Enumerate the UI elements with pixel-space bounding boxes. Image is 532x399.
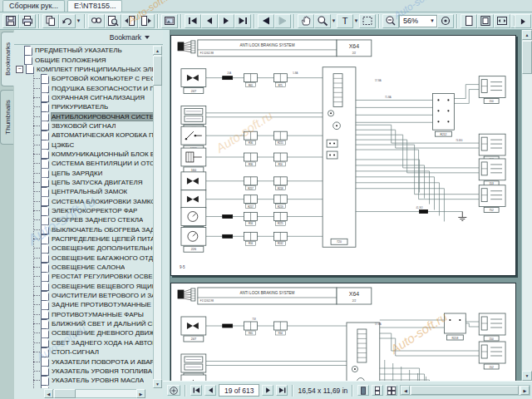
find-button[interactable] [88,14,105,28]
bookmark-item[interactable]: РАСПРЕДЕЛЕНИЕ ЦЕПЕЙ ПИТАН [14,234,153,244]
bookmark-item[interactable]: ОСВЕЩЕНИЕ ДНЕВНОГО ДВИЖЕ [14,328,153,337]
bookmark-item[interactable]: ПОДУШКА БЕЗОПАСНОСТИ И ПР [14,83,153,92]
bookmark-item[interactable]: БЛИЖНИЙ СВЕТ И ДАЛЬНИЙ СВЕ [14,319,153,328]
bookmark-item[interactable]: ОСВЕЩЕНИЕ ВЕЩЕВОГО ЯЩИКА [14,282,153,291]
bookmark-item[interactable]: АВТОМАТИЧЕСКАЯ КОРОБКА ПЕ [14,131,153,140]
bookmark-item[interactable]: СВЕТ ЗАДНЕГО ХОДА НА АВТОМ [14,338,153,347]
single-page-layout-button[interactable] [357,385,369,396]
page-number-box[interactable]: 19 of 613 [219,384,259,397]
bookmarks-scroll-right-button[interactable]: ▶ [136,389,145,398]
bookmark-item[interactable]: ЦЕНТРАЛЬНЫЙ ЗАМОК [14,187,153,196]
pageactual-button[interactable] [461,14,477,28]
navnext-button[interactable] [218,14,234,28]
search-button[interactable] [105,14,121,28]
save-button[interactable] [2,14,19,28]
bookmark-item[interactable]: ОСВЕЩЕНИЕ БАГАЖНОГО ОТДЕ. [14,254,153,263]
zoomout-button[interactable] [382,14,399,28]
document-scroll-up-button[interactable]: ▲ [522,30,532,40]
bookmarks-scroll-up-button[interactable]: ▲ [153,46,162,55]
side-tab-thumbnails[interactable]: Thumbnails [0,90,13,145]
print-button[interactable] [19,14,36,28]
document-scroll-left-button[interactable]: ◀ [401,386,410,395]
bookmark-item[interactable]: СИСТЕМА БЛОКИРОВКИ ЗАМКОВ [14,197,153,206]
pageprev-button[interactable] [121,14,138,28]
bookmark-label: ПОДУШКА БЕЗОПАСНОСТИ И ПР [52,85,153,92]
page-mode-button[interactable] [167,385,180,396]
bookmark-item[interactable]: ПРЕДМЕТНЫЙ УКАЗАТЕЛЬ [14,46,153,55]
bookmark-item[interactable]: УКАЗАТЕЛИ ПОВОРОТА И АВАРИ [14,357,153,366]
navfirst-button[interactable] [185,14,201,28]
bookmark-item[interactable]: ВЫКЛЮЧАТЕЛЬ ОБОГРЕВА ЗАД [14,225,153,234]
side-tab-bookmarks[interactable]: Bookmarks [1,32,14,86]
document-horizontal-scroll-thumb[interactable] [411,386,519,395]
facing-layout-button[interactable] [386,385,397,396]
bookmark-item[interactable]: ЭЛЕКТРОКОРРЕКТОР ФАР [14,206,153,215]
bookmarks-scroll-down-button[interactable]: ▼ [153,379,162,388]
bookmark-item[interactable]: ОСВЕЩЕНИЕ САЛОНА [14,263,153,272]
bookmarks-horizontal-scroll-thumb[interactable] [54,389,76,398]
bookmark-item[interactable]: БОРТОВОЙ КОМПЬЮТЕР С РЕОС [14,74,153,83]
status-bar: 19 of 613 16,54 x 11,69 in ◀ ▶ [163,381,532,399]
status-prev-page-button[interactable] [204,385,216,396]
bookmark-item[interactable]: ЗАДНИЕ ПРОТИВОТУМАННЫЕ Ф [14,300,153,309]
bookmark-item[interactable]: УКАЗАТЕЛЬ ДАВЛЕНИЯ МАСЛА [14,385,153,388]
gfxsel-button[interactable] [359,14,376,28]
bookmarks-scroll-left-button[interactable]: ◀ [44,389,53,398]
zoomtool-dropdown-arrow[interactable]: ▼ [331,14,337,28]
bookmark-item[interactable]: ПРОТИВОТУМАННЫЕ ФАРЫ [14,310,153,319]
document-scroll-right-button[interactable]: ▶ [520,386,530,395]
document-tab-1[interactable]: E:\NT8155... [67,0,123,12]
bookmarks-vertical-scroll-thumb[interactable] [153,56,162,86]
document-scroll-down-button[interactable]: ▼ [522,371,532,381]
status-next-page-button[interactable] [262,385,273,396]
bookmark-item[interactable]: УКАЗАТЕЛЬ УРОВНЯ ТОПЛИВА [14,367,153,376]
bookmark-item[interactable]: КОММУНИКАЦИОННЫЙ БЛОК В М [14,150,153,159]
bookmark-item[interactable]: ОСВЕЩЕНИЕ ДОПОЛНИТЕЛЬНОГ [14,244,153,253]
bookmark-item[interactable]: ОБОГРЕВ ЗАДНЕГО СТЕКЛА [14,215,153,224]
continuous-layout-button[interactable] [372,385,383,396]
bookmark-item[interactable]: РЕОСТАТ РЕГУЛИРОВКИ ОСВЕЩ [14,272,153,281]
svg-text:20A: 20A [227,71,231,75]
bookmark-item[interactable]: СТОП-СИГНАЛ [14,347,153,357]
document-horizontal-scrollbar[interactable]: ◀ ▶ [400,385,530,396]
copy-button[interactable] [42,14,59,28]
undo-dropdown-arrow[interactable]: ▼ [76,14,81,28]
bookmark-item[interactable]: УКАЗАТЕЛЬ УРОВНЯ МАСЛА [14,376,153,385]
hand-button[interactable] [298,14,314,28]
textsel-dropdown-arrow[interactable]: ▼ [353,14,359,28]
textsel-button[interactable]: T [337,14,353,28]
imagetool-button[interactable] [161,14,178,28]
bookmarks-vertical-scrollbar[interactable] [153,46,162,388]
bookmark-item[interactable]: ЦЕПЬ ЗАРЯДКИ [14,168,153,177]
navlast-button[interactable] [234,14,251,28]
bookmark-item[interactable]: ОЧИСТИТЕЛИ ВЕТРОВОГО И ЗАД [14,291,153,300]
status-first-page-button[interactable] [190,385,202,396]
bookmark-item[interactable]: СИСТЕМА ВЕНТИЛЯЦИИ И ОТОП [14,159,153,168]
pagenext-button[interactable] [138,14,155,28]
bookmark-item[interactable]: ОХРАННАЯ СИГНАЛИЗАЦИЯ [14,93,153,102]
zoomtool-button[interactable] [314,14,331,28]
bookmarks-panel-header[interactable]: Bookmark [14,30,163,45]
toolbar-overflow-button[interactable] [515,14,531,28]
navprev-button[interactable] [201,14,218,28]
bookmark-item[interactable]: ЦЭКБС [14,140,153,149]
zoom-level-combo[interactable]: 56%▼ [399,15,437,27]
status-last-page-button[interactable] [276,385,288,396]
pagewidth-button[interactable] [494,14,510,28]
bookmark-item[interactable]: ЗВУКОВОЙ СИГНАЛ [14,121,153,131]
panel-splitter[interactable] [163,30,170,381]
bookmark-item[interactable]: АНТИБЛОКИРОВОЧНАЯ СИСТЕМА [14,111,153,121]
collapse-expander-icon[interactable]: − [16,66,23,73]
undo-button[interactable] [59,14,76,28]
document-vertical-scroll-thumb[interactable] [522,41,532,74]
document-tab-0[interactable]: Сборник рук... [2,0,65,12]
bookmark-item[interactable]: ОБЩИЕ ПОЛОЖЕНИЯ [14,55,153,64]
bookmark-item[interactable]: ПРИКУРИВАТЕЛЬ [14,102,153,111]
histfwd-button[interactable] [274,14,291,28]
document-vertical-scrollbar[interactable]: ▲ ▼ [521,30,532,381]
bookmark-item[interactable]: −КОМПЛЕКТ ПРИНЦИПИАЛЬНЫХ ЭЛЕ [14,65,153,74]
histback-button[interactable] [258,14,274,28]
bookmark-item[interactable]: ЦЕПЬ ЗАПУСКА ДВИГАТЕЛЯ [14,178,153,187]
pagefit-button[interactable] [477,14,494,28]
zoomtarget-button[interactable] [437,14,454,28]
